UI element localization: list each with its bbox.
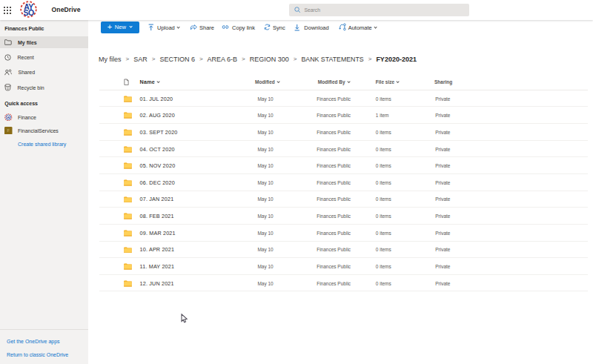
svg-text:SO: SO: [23, 8, 33, 17]
svg-text:F: F: [7, 128, 10, 133]
